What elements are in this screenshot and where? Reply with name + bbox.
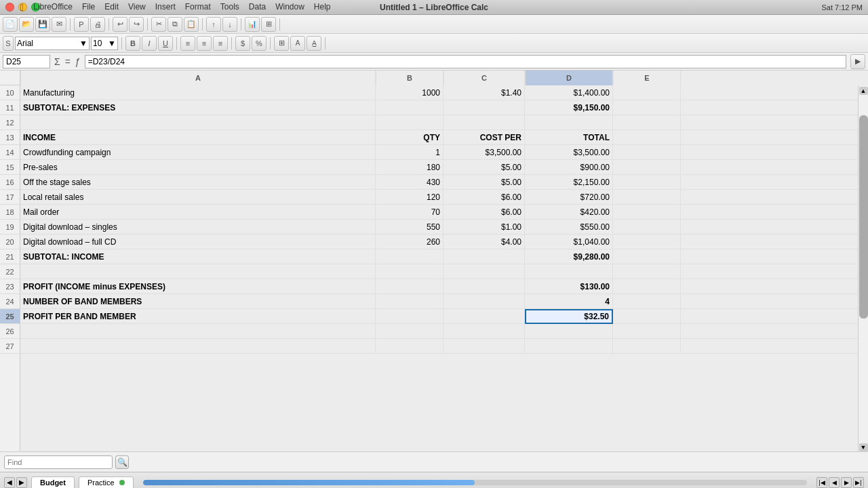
- cell-C16[interactable]: $5.00: [443, 175, 525, 190]
- cell-C10[interactable]: $1.40: [443, 85, 525, 100]
- cell-A16[interactable]: Off the stage sales: [20, 175, 376, 190]
- cell-E10[interactable]: [613, 85, 681, 100]
- cell-C22[interactable]: [443, 264, 525, 279]
- open-button[interactable]: 📂: [19, 17, 34, 32]
- cell-D12[interactable]: [525, 115, 613, 130]
- horizontal-scrollbar[interactable]: [143, 480, 807, 485]
- cell-A19[interactable]: Digital download – singles: [20, 220, 376, 235]
- cell-B10[interactable]: 1000: [376, 85, 443, 100]
- cell-A23[interactable]: PROFIT (INCOME minus EXPENSES): [20, 279, 376, 294]
- font-dropdown-icon[interactable]: ▼: [79, 39, 87, 48]
- menu-window[interactable]: Window: [275, 2, 304, 13]
- cell-E24[interactable]: [613, 294, 681, 309]
- cell-C14[interactable]: $3,500.00: [443, 145, 525, 160]
- currency-button[interactable]: $: [235, 36, 250, 51]
- cell-A21[interactable]: SUBTOTAL: INCOME: [20, 249, 376, 264]
- font-selector[interactable]: Arial ▼: [15, 37, 90, 50]
- row-number-27[interactable]: 27: [0, 339, 20, 354]
- nav-first-button[interactable]: |◀: [816, 477, 827, 488]
- tab-scroll-right[interactable]: ▶: [16, 477, 27, 488]
- sort-desc-button[interactable]: ↓: [222, 17, 237, 32]
- scroll-up-button[interactable]: ▲: [859, 87, 868, 95]
- menu-libreoffice[interactable]: LibreOffice: [33, 2, 73, 13]
- cell-A22[interactable]: [20, 264, 376, 279]
- cell-C20[interactable]: $4.00: [443, 235, 525, 249]
- cell-E22[interactable]: [613, 264, 681, 279]
- col-header-a[interactable]: A: [20, 70, 376, 85]
- cell-E12[interactable]: [613, 115, 681, 130]
- find-input[interactable]: [4, 455, 113, 469]
- cell-B22[interactable]: [376, 264, 443, 279]
- cell-C27[interactable]: [443, 339, 525, 354]
- align-left-button[interactable]: ≡: [180, 36, 195, 51]
- sheet-tab-practice[interactable]: Practice: [79, 476, 134, 489]
- cell-A17[interactable]: Local retail sales: [20, 190, 376, 205]
- cell-B16[interactable]: 430: [376, 175, 443, 190]
- cell-E11[interactable]: [613, 100, 681, 115]
- cell-B24[interactable]: [376, 294, 443, 309]
- cell-A26[interactable]: [20, 324, 376, 339]
- cell-B25[interactable]: [376, 309, 443, 324]
- cell-D13[interactable]: TOTAL: [525, 130, 613, 145]
- styles-button[interactable]: S: [3, 36, 14, 51]
- align-center-button[interactable]: ≡: [197, 36, 212, 51]
- cell-A20[interactable]: Digital download – full CD: [20, 235, 376, 249]
- row-number-11[interactable]: 11: [0, 100, 20, 115]
- font-color-button[interactable]: A̲: [307, 36, 321, 51]
- cell-C11[interactable]: [443, 100, 525, 115]
- cell-B14[interactable]: 1: [376, 145, 443, 160]
- cell-B13[interactable]: QTY: [376, 130, 443, 145]
- row-number-25[interactable]: 25: [0, 309, 20, 324]
- cell-D17[interactable]: $720.00: [525, 190, 613, 205]
- cell-C13[interactable]: COST PER: [443, 130, 525, 145]
- percent-button[interactable]: %: [252, 36, 267, 51]
- col-header-d[interactable]: D: [525, 70, 613, 85]
- cell-A11[interactable]: SUBTOTAL: EXPENSES: [20, 100, 376, 115]
- cell-A25[interactable]: PROFIT PER BAND MEMBER: [20, 309, 376, 324]
- cell-D26[interactable]: [525, 324, 613, 339]
- row-number-13[interactable]: 13: [0, 130, 20, 145]
- row-number-23[interactable]: 23: [0, 279, 20, 294]
- cell-B27[interactable]: [376, 339, 443, 354]
- chart-button[interactable]: 📊: [245, 17, 260, 32]
- cell-D11[interactable]: $9,150.00: [525, 100, 613, 115]
- sort-asc-button[interactable]: ↑: [206, 17, 221, 32]
- menu-edit[interactable]: Edit: [104, 2, 119, 13]
- font-size-selector[interactable]: 10 ▼: [91, 37, 118, 50]
- cell-C12[interactable]: [443, 115, 525, 130]
- menu-tools[interactable]: Tools: [220, 2, 239, 13]
- cut-button[interactable]: ✂: [151, 17, 166, 32]
- formula-input[interactable]: =D23/D24: [85, 55, 846, 68]
- cell-D25[interactable]: $32.50: [525, 309, 613, 324]
- scroll-thumb[interactable]: [859, 115, 868, 319]
- menu-format[interactable]: Format: [185, 2, 211, 13]
- row-number-22[interactable]: 22: [0, 264, 20, 279]
- cell-D15[interactable]: $900.00: [525, 160, 613, 175]
- cell-B17[interactable]: 120: [376, 190, 443, 205]
- copy-button[interactable]: ⧉: [167, 17, 182, 32]
- cell-C18[interactable]: $6.00: [443, 205, 525, 220]
- cell-C21[interactable]: [443, 249, 525, 264]
- row-number-26[interactable]: 26: [0, 324, 20, 339]
- cell-B11[interactable]: [376, 100, 443, 115]
- nav-last-button[interactable]: ▶|: [853, 477, 864, 488]
- save-button[interactable]: 💾: [35, 17, 50, 32]
- col-header-e[interactable]: E: [613, 70, 681, 85]
- cell-E20[interactable]: [613, 235, 681, 249]
- menu-file[interactable]: File: [82, 2, 95, 13]
- cell-A24[interactable]: NUMBER OF BAND MEMBERS: [20, 294, 376, 309]
- format-table-button[interactable]: ⊞: [261, 17, 276, 32]
- cell-A12[interactable]: [20, 115, 376, 130]
- row-number-19[interactable]: 19: [0, 220, 20, 235]
- row-number-24[interactable]: 24: [0, 294, 20, 309]
- cell-E27[interactable]: [613, 339, 681, 354]
- menu-help[interactable]: Help: [314, 2, 331, 13]
- cell-reference[interactable]: D25: [3, 55, 50, 68]
- cell-E21[interactable]: [613, 249, 681, 264]
- nav-prev-button[interactable]: ◀: [829, 477, 840, 488]
- cell-B20[interactable]: 260: [376, 235, 443, 249]
- new-button[interactable]: 📄: [3, 17, 18, 32]
- italic-button[interactable]: I: [142, 36, 157, 51]
- cell-E13[interactable]: [613, 130, 681, 145]
- border-button[interactable]: ⊞: [274, 36, 289, 51]
